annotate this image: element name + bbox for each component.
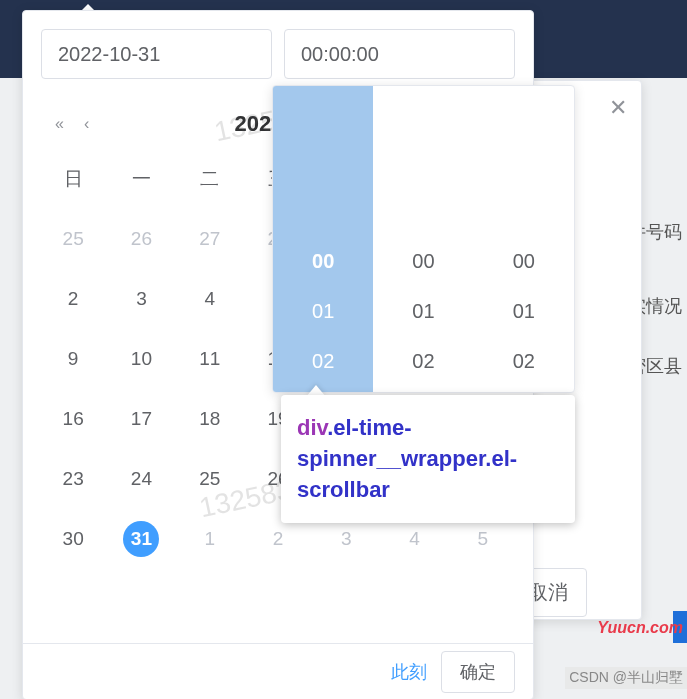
credit-text: CSDN @半山归墅	[565, 667, 687, 689]
calendar-day[interactable]: 25	[176, 449, 244, 509]
time-option[interactable]: 02	[474, 336, 574, 386]
calendar-day[interactable]: 18	[176, 389, 244, 449]
tooltip-tag: div	[297, 415, 327, 440]
time-option[interactable]: 01	[373, 286, 473, 336]
time-option[interactable]: 01	[273, 286, 373, 336]
picker-footer: 此刻 确定	[23, 643, 533, 699]
prev-year-icon[interactable]: «	[55, 115, 64, 133]
calendar-day[interactable]: 9	[39, 329, 107, 389]
inputs-row: 2022-10-31 00:00:00	[23, 11, 533, 91]
time-option[interactable]: 00	[373, 236, 473, 286]
second-column[interactable]: 000102	[474, 86, 574, 392]
calendar-day[interactable]: 27	[176, 209, 244, 269]
time-option[interactable]: 02	[273, 336, 373, 386]
time-option[interactable]: 02	[373, 336, 473, 386]
time-spinner-popup: 000102 000102 000102	[272, 85, 575, 393]
weekday-header: 一	[107, 149, 175, 209]
confirm-button[interactable]: 确定	[441, 651, 515, 693]
calendar-day[interactable]: 26	[107, 209, 175, 269]
time-input-value: 00:00:00	[301, 43, 379, 66]
date-input[interactable]: 2022-10-31	[41, 29, 272, 79]
date-input-value: 2022-10-31	[58, 43, 160, 66]
weekday-header: 日	[39, 149, 107, 209]
close-icon[interactable]: ✕	[609, 95, 627, 121]
calendar-day[interactable]: 2	[39, 269, 107, 329]
calendar-day[interactable]: 25	[39, 209, 107, 269]
now-button[interactable]: 此刻	[391, 660, 427, 684]
brand-yuucn: Yuucn.com	[597, 619, 683, 637]
calendar-day[interactable]: 4	[176, 269, 244, 329]
calendar-day[interactable]: 24	[107, 449, 175, 509]
time-input[interactable]: 00:00:00	[284, 29, 515, 79]
time-option[interactable]: 01	[474, 286, 574, 336]
time-option[interactable]: 00	[273, 236, 373, 286]
devtools-tooltip: div.el-time-spinner__wrapper.el-scrollba…	[281, 395, 575, 523]
tooltip-class: .el-time-spinner__wrapper.el-scrollbar	[297, 415, 517, 502]
calendar-day[interactable]: 1	[176, 509, 244, 569]
calendar-day[interactable]: 31	[107, 509, 175, 569]
hour-column[interactable]: 000102	[273, 86, 373, 392]
calendar-day[interactable]: 10	[107, 329, 175, 389]
calendar-day[interactable]: 3	[107, 269, 175, 329]
calendar-day[interactable]: 23	[39, 449, 107, 509]
minute-column[interactable]: 000102	[373, 86, 473, 392]
weekday-header: 二	[176, 149, 244, 209]
calendar-day[interactable]: 17	[107, 389, 175, 449]
time-option[interactable]: 00	[474, 236, 574, 286]
calendar-day[interactable]: 16	[39, 389, 107, 449]
calendar-day[interactable]: 30	[39, 509, 107, 569]
prev-month-icon[interactable]: ‹	[84, 115, 89, 133]
calendar-day[interactable]: 11	[176, 329, 244, 389]
